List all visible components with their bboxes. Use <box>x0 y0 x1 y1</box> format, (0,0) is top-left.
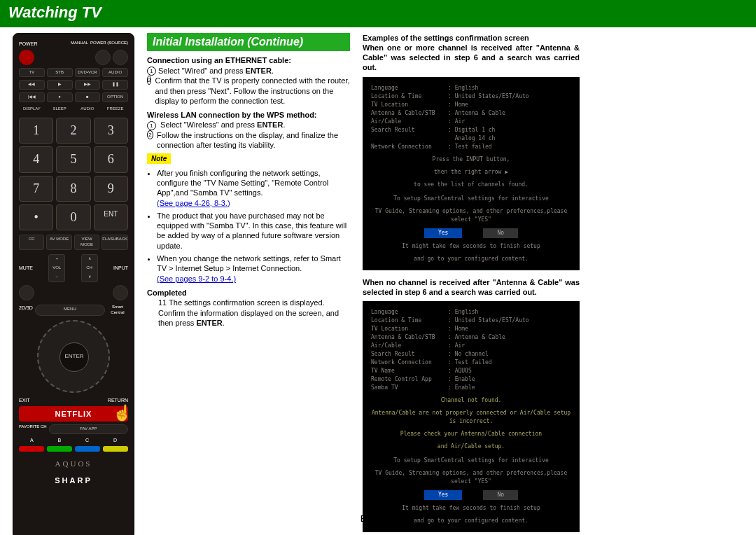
confirmation-screen-2: Language: EnglishLocation & Time: United… <box>363 301 580 532</box>
s1-foot2: and go to your configured content. <box>371 255 571 263</box>
manual-label: MANUAL <box>71 41 88 47</box>
enter-btn: ENTER <box>59 342 89 372</box>
source-label: POWER (SOURCE) <box>90 41 128 47</box>
s1-foot: It might take few seconds to finish setu… <box>371 242 571 251</box>
s1-yes-btn: Yes <box>424 228 462 238</box>
dvdvcr-btn: DVD•VCR <box>75 68 101 78</box>
vol-rocker: +VOL− <box>48 254 65 282</box>
note-item-3: When you change the network settings, re… <box>157 254 341 272</box>
s2-err1: Channel not found. <box>371 396 571 405</box>
s1-msg2: then the right arrow ▶ <box>371 168 571 176</box>
note-label: Note <box>147 153 171 164</box>
stop-btn: ■ <box>75 92 101 102</box>
play-btn: ▶ <box>47 80 73 90</box>
s2-err3: Please check your Antenna/Cable connecti… <box>371 430 571 438</box>
note-item-1: After you finish configuring the network… <box>157 169 328 197</box>
s2-err4: and Air/Cable setup. <box>371 443 571 451</box>
power-label: POWER <box>19 41 37 47</box>
flashback-btn: FLASHBACK <box>102 235 128 250</box>
c-label: C <box>85 437 89 443</box>
key-6: 6 <box>94 146 128 172</box>
yellow-btn <box>103 446 128 452</box>
freeze-label: FREEZE <box>102 105 128 113</box>
ch-rocker: ∧CH∨ <box>81 254 98 282</box>
right-column: Examples of the settings confirmation sc… <box>363 33 580 535</box>
viewmode-btn: VIEW MODE <box>74 235 99 250</box>
option-btn: OPTION <box>102 92 128 102</box>
key-5: 5 <box>56 146 90 172</box>
eth-step-1: 1Select "Wired" and press ENTER. <box>147 66 350 76</box>
prev-btn: |◀◀ <box>19 92 45 102</box>
case2-text: When no channel is received after "Anten… <box>363 277 580 298</box>
menu-btn: MENU <box>35 305 105 316</box>
key-ent: ENT <box>94 204 128 230</box>
section-title: Initial Installation (Continue) <box>147 33 350 52</box>
smartcentral-label: Smart Central <box>107 305 128 316</box>
exit-label: EXIT <box>19 397 30 403</box>
note-link-2[interactable]: (See pages 9-2 to 9-4.) <box>157 275 236 283</box>
red-btn <box>19 446 44 452</box>
wps-step-1: 1 Select "Wireless" and press ENTER. <box>147 120 350 130</box>
s1-msg3: to see the list of channels found. <box>371 181 571 189</box>
key-4: 4 <box>19 146 53 172</box>
s1-msg5: TV Guide, Streaming options, and other p… <box>371 207 571 224</box>
note-item-2: The product that you have purchased may … <box>157 211 350 251</box>
s2-msg4: To setup SmartCentral settings for inter… <box>371 457 571 465</box>
cc-btn: CC <box>19 235 44 250</box>
s2-err2: Antenna/Cable are not properly connected… <box>371 409 571 426</box>
power-button <box>19 50 34 65</box>
netflix-btn: NETFLIX☝️ <box>19 406 128 422</box>
s2-msg5: TV Guide, Streaming options, and other p… <box>371 469 571 486</box>
case1-text: When one or more channel is received aft… <box>363 43 580 73</box>
note-link-1[interactable]: (See page 4-26, 8-3.) <box>157 199 230 207</box>
middle-column: Initial Installation (Continue) Connecti… <box>147 33 350 535</box>
2d3d-label: 2D/3D <box>19 305 33 316</box>
mute-btn <box>19 285 34 300</box>
key-7: 7 <box>19 176 53 202</box>
blue-btn <box>75 446 100 452</box>
wps-step-2: 2Follow the instructions on the display,… <box>147 130 350 151</box>
stb-btn: STB <box>47 68 73 78</box>
green-btn <box>47 446 72 452</box>
key-9: 9 <box>94 176 128 202</box>
s1-no-btn: No <box>483 228 518 238</box>
numeric-keypad: 1 2 3 4 5 6 7 8 9 • 0 ENT <box>19 118 128 231</box>
source-button <box>113 50 128 65</box>
nav-ring: ENTER <box>37 320 110 393</box>
key-0: 0 <box>56 204 90 230</box>
key-3: 3 <box>94 118 128 144</box>
s1-msg1: Press the INPUT button, <box>371 155 571 164</box>
rec-btn: ● <box>47 92 73 102</box>
d-label: D <box>113 437 117 443</box>
input-label: INPUT <box>113 265 128 271</box>
s2-foot: It might take few seconds to finish setu… <box>371 504 571 513</box>
manual-button <box>95 50 111 65</box>
audio-btn: AUDIO <box>102 68 128 78</box>
page-number: ENG 2-6 <box>0 513 756 525</box>
display-label: DISPLAY <box>19 105 45 113</box>
audio-label: AUDIO <box>75 105 101 113</box>
favapp-btn: FAV APP <box>49 424 128 434</box>
key-8: 8 <box>56 176 90 202</box>
completed-text: 11 The settings confirmation screen is d… <box>158 298 350 328</box>
key-dot: • <box>19 204 53 230</box>
s2-no-btn: No <box>483 490 518 500</box>
rew-btn: ◀◀ <box>19 80 45 90</box>
s2-yes-btn: Yes <box>424 490 462 500</box>
tv-btn: TV <box>19 68 45 78</box>
completed-heading: Completed <box>147 288 350 298</box>
note-list: After you finish configuring the network… <box>157 168 350 284</box>
examples-heading: Examples of the settings confirmation sc… <box>363 33 580 43</box>
remote-control-image: POWER MANUAL POWER (SOURCE) TV STB DVD•V… <box>13 33 134 535</box>
key-1: 1 <box>19 118 53 144</box>
avmode-btn: AV MODE <box>46 235 71 250</box>
input-btn <box>113 285 128 300</box>
s1-msg4: To setup SmartCentral settings for inter… <box>371 195 571 203</box>
aquos-brand: AQUOS <box>19 459 128 468</box>
ethernet-heading: Connection using an ETHERNET cable: <box>147 55 350 65</box>
confirmation-screen-1: Language: EnglishLocation & Time: United… <box>363 77 580 270</box>
sleep-label: SLEEP <box>47 105 73 113</box>
sharp-brand: SHARP <box>19 475 128 485</box>
b-label: B <box>57 437 61 443</box>
pointing-hand-icon: ☝️ <box>113 403 132 424</box>
